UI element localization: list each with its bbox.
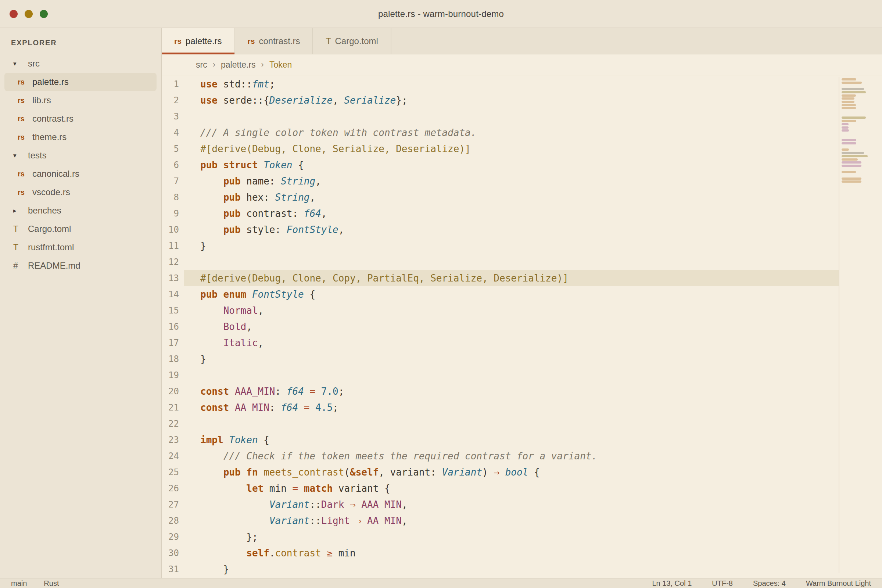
breadcrumb-segment-src[interactable]: src: [196, 60, 207, 70]
branch-name[interactable]: main: [11, 579, 27, 588]
file-tree-item-theme.rs[interactable]: rstheme.rs: [4, 128, 156, 146]
minimap-bar: [842, 158, 858, 160]
file-tree-item-palette.rs[interactable]: rspalette.rs: [4, 73, 156, 91]
rust-file-icon: rs: [18, 96, 32, 105]
tab-contrast.rs[interactable]: rscontrast.rs: [235, 28, 314, 54]
minimap-bar: [842, 123, 849, 125]
cursor-position[interactable]: Ln 13, Col 1: [652, 579, 692, 588]
status-left: mainRust: [11, 579, 59, 588]
minimap-bar: [842, 91, 866, 93]
theme-name[interactable]: Warm Burnout Light: [806, 579, 871, 588]
maximize-button[interactable]: [40, 10, 48, 18]
line-content: /// Check if the token meets the require…: [184, 448, 838, 464]
file-tree-item-contrast.rs[interactable]: rscontrast.rs: [4, 110, 156, 128]
minimap[interactable]: [842, 78, 874, 189]
line-content: Variant::Dark ⇒ AAA_MIN,: [184, 496, 838, 513]
minimap-bar: [842, 98, 854, 100]
toml-file-icon: T: [13, 243, 28, 252]
file-tree-item-src[interactable]: ▾src: [4, 54, 156, 73]
minimap-bar: [842, 148, 849, 151]
file-name: README.md: [28, 261, 81, 271]
line-number: 11: [162, 238, 184, 254]
tab-bar: rspalette.rsrscontrast.rsTCargo.toml: [162, 28, 882, 54]
file-tree: ▾srcrspalette.rsrslib.rsrscontrast.rsrst…: [0, 54, 161, 275]
file-tree-item-README.md[interactable]: #README.md: [4, 256, 156, 275]
code-line: 22: [162, 416, 882, 432]
line-number: 28: [162, 513, 184, 529]
file-tree-item-benches[interactable]: ▸benches: [4, 201, 156, 220]
code-line: 17 Italic,: [162, 335, 882, 351]
file-tree-item-tests[interactable]: ▾tests: [4, 146, 156, 165]
line-content: pub hex: String,: [184, 189, 838, 206]
code-line: 13#[derive(Debug, Clone, Copy, PartialEq…: [162, 270, 882, 286]
tab-label: palette.rs: [186, 36, 222, 46]
file-name: lib.rs: [32, 95, 51, 105]
rust-file-icon: rs: [18, 78, 32, 86]
line-number: 15: [162, 303, 184, 319]
line-content: [184, 416, 838, 432]
line-number: 8: [162, 189, 184, 206]
line-content: Normal,: [184, 303, 838, 319]
language-indicator[interactable]: Rust: [44, 579, 59, 588]
tab-palette.rs[interactable]: rspalette.rs: [162, 28, 235, 54]
file-tree-item-rustfmt.toml[interactable]: Trustfmt.toml: [4, 238, 156, 256]
line-number: 6: [162, 157, 184, 173]
minimize-button[interactable]: [25, 10, 33, 18]
file-name: Cargo.toml: [28, 224, 71, 234]
line-content: Italic,: [184, 335, 838, 351]
minimap-bar: [842, 171, 856, 173]
minimap-track: [838, 77, 839, 573]
line-content: Variant::Light ⇒ AA_MIN,: [184, 513, 838, 529]
line-number: 20: [162, 383, 184, 399]
line-number: 16: [162, 319, 184, 335]
encoding-indicator[interactable]: UTF-8: [712, 579, 733, 588]
code-editor[interactable]: 1use std::fmt;2use serde::{Deserialize, …: [162, 75, 882, 578]
file-name: benches: [28, 206, 62, 216]
file-tree-item-lib.rs[interactable]: rslib.rs: [4, 91, 156, 110]
line-number: 19: [162, 367, 184, 383]
line-content: }: [184, 561, 838, 578]
code-line: 31 }: [162, 561, 882, 578]
minimap-bar: [842, 161, 861, 164]
code-line: 3: [162, 108, 882, 124]
file-tree-item-Cargo.toml[interactable]: TCargo.toml: [4, 220, 156, 238]
rust-file-icon: rs: [18, 170, 32, 178]
code-line: 9 pub contrast: f64,: [162, 206, 882, 222]
line-number: 30: [162, 545, 184, 561]
editor-window: palette.rs - warm-burnout-demo EXPLORER …: [0, 0, 882, 588]
line-content: pub struct Token {: [184, 157, 838, 173]
line-content: const AAA_MIN: f64 = 7.0;: [184, 383, 838, 399]
line-content: [184, 254, 838, 270]
minimap-bar: [842, 101, 854, 103]
code-line: 16 Bold,: [162, 319, 882, 335]
code-line: 29 };: [162, 529, 882, 545]
line-number: 26: [162, 480, 184, 496]
code-line: 19: [162, 367, 882, 383]
indentation-indicator[interactable]: Spaces: 4: [753, 579, 786, 588]
file-tree-item-canonical.rs[interactable]: rscanonical.rs: [4, 165, 156, 183]
tab-Cargo.toml[interactable]: TCargo.toml: [313, 28, 391, 54]
code-line: 25 pub fn meets_contrast(&self, variant:…: [162, 464, 882, 480]
status-right: Ln 13, Col 1UTF-8Spaces: 4Warm Burnout L…: [652, 579, 871, 588]
code-line: 23impl Token {: [162, 432, 882, 448]
toml-file-icon: T: [326, 36, 331, 46]
code-line: 28 Variant::Light ⇒ AA_MIN,: [162, 513, 882, 529]
minimap-bar: [842, 82, 862, 84]
line-content: const AA_MIN: f64 = 4.5;: [184, 399, 838, 416]
tab-label: contrast.rs: [259, 36, 300, 46]
breadcrumb-segment-Token[interactable]: Token: [269, 60, 292, 70]
toml-file-icon: T: [13, 224, 28, 234]
breadcrumb-segment-palette.rs[interactable]: palette.rs: [221, 60, 256, 70]
line-content: pub fn meets_contrast(&self, variant: Va…: [184, 464, 838, 480]
line-content: [184, 367, 838, 383]
code-line: 8 pub hex: String,: [162, 189, 882, 206]
code-line: 30 self.contrast ≥ min: [162, 545, 882, 561]
chevron-right-icon: ›: [213, 60, 215, 69]
chevron-down-icon: ▾: [13, 60, 28, 68]
file-name: contrast.rs: [32, 114, 74, 124]
code-line: 27 Variant::Dark ⇒ AAA_MIN,: [162, 496, 882, 513]
minimap-bar: [842, 180, 861, 183]
close-button[interactable]: [9, 10, 18, 18]
file-name: vscode.rs: [32, 187, 70, 197]
file-tree-item-vscode.rs[interactable]: rsvscode.rs: [4, 183, 156, 201]
